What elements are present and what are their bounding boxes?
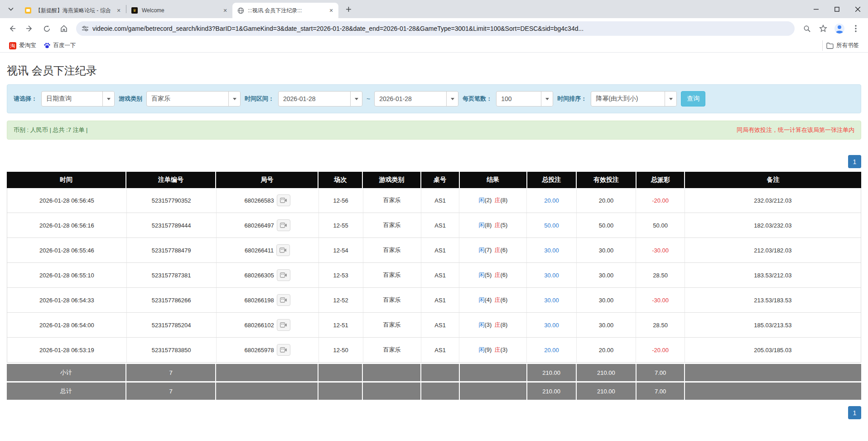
cell-total-bet: 30.00 — [527, 238, 576, 262]
cell-note: 205.03/185.03 — [685, 338, 861, 362]
bookmark-taobao[interactable]: 淘 爱淘宝 — [5, 40, 40, 51]
minimize-icon[interactable] — [805, 0, 826, 18]
pager-page-1[interactable]: 1 — [848, 406, 861, 419]
site-info-icon[interactable] — [82, 25, 89, 32]
tab-welcome[interactable]: ♛ Welcome ✕ — [126, 3, 232, 18]
profile-avatar-icon[interactable] — [832, 21, 847, 36]
cell-note: 213.53/183.53 — [685, 288, 861, 312]
result-part: 庄(6) — [494, 271, 507, 279]
date-start-combobox[interactable]: 2026-01-28 — [278, 91, 362, 107]
cell-total-bet: 50.00 — [527, 213, 576, 237]
total-bet-link[interactable]: 30.00 — [544, 322, 559, 329]
caret-down-icon[interactable] — [228, 92, 240, 106]
cell-time: 2026-01-28 06:54:33 — [7, 288, 127, 312]
caret-down-icon[interactable] — [446, 92, 458, 106]
video-replay-button[interactable] — [277, 294, 290, 306]
query-button[interactable]: 查询 — [681, 91, 705, 107]
total-bet-link[interactable]: 30.00 — [544, 272, 559, 279]
cell-session: 12-51 — [319, 313, 363, 337]
cell-total-payout: -30.00 — [636, 238, 685, 262]
zoom-magnifier-icon[interactable] — [799, 21, 815, 36]
date-end-combobox[interactable]: 2026-01-28 — [374, 91, 458, 107]
video-replay-button[interactable] — [277, 194, 290, 206]
page-size-combobox[interactable]: 100 — [496, 91, 553, 107]
url-text: videoie.com/game/betrecord_search/kind3?… — [92, 25, 583, 32]
cell-game-category: 百家乐 — [363, 288, 421, 312]
refresh-icon[interactable] — [39, 21, 54, 36]
close-window-icon[interactable] — [847, 0, 868, 18]
footer-cell: 总计 — [7, 383, 126, 400]
payout-value: 50.00 — [653, 222, 668, 229]
valid-bet-notice-text: 同局有效投注，统一计算在该局第一张注单内 — [737, 126, 854, 134]
total-bet-link[interactable]: 50.00 — [544, 222, 559, 229]
cell-round-id: 680266198 — [217, 288, 319, 312]
pager-page-1[interactable]: 1 — [848, 155, 861, 168]
table-row: 2026-01-28 06:55:46523157788479680266411… — [7, 238, 861, 263]
footer-cell — [318, 383, 363, 400]
tab-close-icon[interactable]: ✕ — [328, 7, 335, 14]
select-type-combobox[interactable]: 日期查询 — [41, 91, 115, 107]
tab-search-chevron-icon[interactable] — [5, 3, 17, 15]
footer-cell — [685, 383, 861, 400]
cell-total-payout: -30.00 — [636, 288, 685, 312]
home-icon[interactable] — [56, 21, 72, 36]
cell-session: 12-56 — [319, 188, 363, 213]
page-size-value: 100 — [497, 92, 541, 106]
bookmark-baidu[interactable]: 百度一下 — [40, 40, 80, 51]
new-tab-plus-icon[interactable] — [342, 3, 355, 15]
pagination-top: 1 — [7, 155, 861, 168]
maximize-icon[interactable] — [826, 0, 847, 18]
sort-combobox[interactable]: 降幂(由大到小) — [591, 91, 677, 107]
cell-note: 212.03/182.03 — [685, 238, 861, 262]
footer-cell — [216, 383, 318, 400]
sort-label: 时间排序： — [557, 95, 587, 103]
cell-time: 2026-01-28 06:56:16 — [7, 213, 127, 237]
caret-down-icon[interactable] — [350, 92, 362, 106]
video-replay-button[interactable] — [277, 319, 290, 331]
footer-cell: 210.00 — [527, 364, 577, 381]
cell-time: 2026-01-28 06:56:45 — [7, 188, 127, 213]
taobao-icon: 淘 — [9, 42, 16, 49]
game-category-combobox[interactable]: 百家乐 — [146, 91, 241, 107]
cell-bet-id: 523157789444 — [127, 213, 217, 237]
forward-icon[interactable] — [22, 21, 37, 36]
result-part: 闲(8) — [478, 221, 492, 229]
tab-close-icon[interactable]: ✕ — [222, 7, 229, 14]
footer-cell: 小计 — [7, 364, 126, 381]
total-bet-link[interactable]: 30.00 — [544, 247, 559, 254]
table-row: 2026-01-28 06:54:00523157785204680266102… — [7, 313, 861, 338]
video-replay-button[interactable] — [277, 219, 290, 231]
bet-record-table: 时间注单编号局号场次游戏类别桌号结果总投注有效投注总派彩备注 2026-01-2… — [7, 172, 861, 400]
cell-game-category: 百家乐 — [363, 263, 421, 287]
caret-down-icon[interactable] — [541, 92, 553, 106]
tab-forum[interactable]: 【新提醒】海燕策略论坛 - 综合 ✕ — [20, 3, 126, 18]
forum-favicon-icon — [24, 7, 32, 14]
tab-bet-record-active[interactable]: :::视讯 会员下注纪录::: ✕ — [232, 3, 338, 18]
footer-cell — [460, 364, 527, 381]
url-bar[interactable]: videoie.com/game/betrecord_search/kind3?… — [76, 21, 795, 36]
bookmark-star-icon[interactable] — [815, 21, 831, 36]
caret-down-icon[interactable] — [102, 92, 114, 106]
tab-close-icon[interactable]: ✕ — [115, 7, 122, 14]
result-part: 闲(2) — [478, 196, 492, 204]
video-replay-button[interactable] — [277, 269, 290, 281]
all-bookmarks-button[interactable]: 所有书签 — [822, 40, 863, 51]
video-replay-button[interactable] — [276, 244, 290, 256]
sort-value: 降幂(由大到小) — [591, 92, 665, 106]
back-icon[interactable] — [5, 21, 20, 36]
video-replay-button[interactable] — [277, 344, 290, 356]
cell-bet-id: 523157785204 — [127, 313, 217, 337]
browser-tab-strip: 【新提醒】海燕策略论坛 - 综合 ✕ ♛ Welcome ✕ :::视讯 会员下… — [0, 0, 868, 18]
cell-bet-id: 523157787381 — [127, 263, 217, 287]
column-header: 场次 — [318, 172, 363, 188]
cell-round-id: 680265978 — [217, 338, 319, 362]
total-bet-link[interactable]: 20.00 — [544, 347, 559, 354]
caret-down-icon[interactable] — [665, 92, 676, 106]
kebab-menu-icon[interactable] — [848, 21, 863, 36]
cell-table-number: AS1 — [421, 238, 460, 262]
browser-toolbar: videoie.com/game/betrecord_search/kind3?… — [0, 18, 868, 39]
total-bet-link[interactable]: 20.00 — [544, 197, 559, 204]
payout-value: 28.50 — [653, 272, 668, 279]
round-id-text: 680266305 — [245, 272, 274, 279]
total-bet-link[interactable]: 30.00 — [544, 297, 559, 304]
